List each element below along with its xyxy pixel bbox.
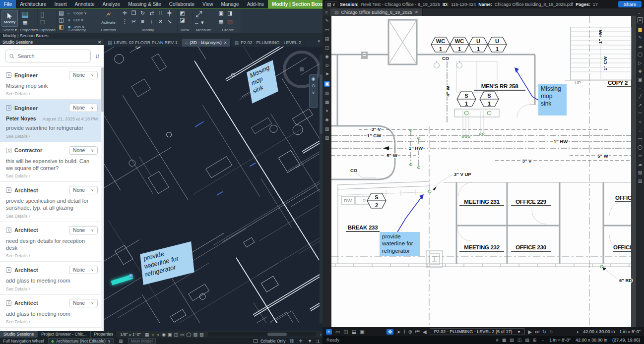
rotate-icon[interactable]: ↻	[138, 10, 147, 18]
dimension-tool-icon[interactable]: ↔	[638, 128, 643, 133]
status-dropdown[interactable]: None∨	[69, 146, 98, 155]
trim-icon[interactable]: ✂	[129, 18, 138, 26]
note-tool-icon[interactable]: ▤	[638, 178, 643, 183]
panel-label-create[interactable]: Create	[215, 28, 241, 32]
move-icon[interactable]: ✛	[121, 10, 129, 18]
view-tab-p202[interactable]: ▤P2.02 - PLUMBING - LEVEL 2	[231, 39, 305, 47]
panel-label-view[interactable]: View	[178, 28, 192, 32]
copy-clipboard-icon[interactable]: ❐	[39, 19, 46, 26]
thumbnails-icon[interactable]: ◫	[325, 45, 329, 50]
markup-note-missing-mop-sink[interactable]: Missing mop sink	[538, 84, 567, 115]
ellipse-markup-icon[interactable]: ◯	[638, 52, 643, 57]
visual-style-icon[interactable]: ▦	[144, 332, 150, 337]
panel-label-controls[interactable]: Controls	[98, 28, 119, 32]
select-text-icon[interactable]: I	[404, 329, 405, 335]
circle-tool-icon[interactable]: ◯	[638, 145, 643, 150]
session-comment-card[interactable]: ArchitectNone∨provide specification and …	[0, 181, 104, 222]
view-scale[interactable]: 1/8" = 1'-0"	[117, 332, 143, 337]
dimension-icon[interactable]: ↔ ▾	[194, 19, 204, 26]
panel-label-properties[interactable]: Properties	[20, 28, 37, 32]
see-details-link[interactable]: See Details ›	[6, 173, 98, 178]
match-icon[interactable]: ◫	[58, 17, 64, 23]
previous-page-icon[interactable]: ◀	[423, 329, 427, 335]
measurements-icon[interactable]: ✱	[325, 117, 329, 122]
split-vertical-icon[interactable]: ◫	[343, 329, 348, 335]
tab-collaborate[interactable]: Collaborate	[165, 0, 198, 8]
session-comment-card[interactable]: ArchitectNone∨add glass to meeting roomS…	[0, 261, 104, 294]
snap-content-icon[interactable]: ▤	[510, 338, 514, 343]
view-reset-icon[interactable]: ◩	[179, 10, 186, 16]
search-icon[interactable]: ⊙	[325, 63, 329, 68]
filter-icon[interactable]: ▼	[307, 339, 313, 344]
measure-icon[interactable]: ⤢	[194, 10, 204, 19]
bookmarks-icon[interactable]: ▤	[325, 36, 329, 41]
file-menu-button[interactable]: ▤∨	[325, 1, 337, 7]
tab-insert[interactable]: Insert	[50, 0, 70, 8]
search-field[interactable]	[17, 53, 86, 59]
highlight-tool-icon[interactable]: ▆	[639, 27, 642, 32]
zoom-tool-icon[interactable]: ⊙	[312, 83, 316, 88]
pdf-canvas[interactable]: WC1WC1U1U1S1S1S2 MEN'S RR 258 COPY 2 BRE…	[331, 16, 636, 327]
activate-bell-icon[interactable]: 🗲	[105, 10, 112, 19]
polyline-tool-icon[interactable]: ≈	[639, 119, 642, 124]
view-tab-overflow-icon[interactable]: ▾	[315, 39, 322, 47]
overlay-icon[interactable]: ▧	[525, 338, 529, 343]
session-comment-card[interactable]: ArchitectNone∨provide power in floor for…	[0, 327, 104, 331]
view-navigation-bar[interactable]: ◉⊙∨	[309, 74, 318, 108]
worksharing-icon[interactable]: ▥	[198, 332, 205, 337]
panel-scrollbar[interactable]	[101, 66, 104, 331]
compare-icon[interactable]: ◫	[517, 338, 522, 343]
mirror-icon[interactable]: ⇄	[147, 10, 156, 18]
cut-button[interactable]: ◗Cut ∨	[66, 17, 87, 23]
see-details-link[interactable]: See Details ›	[6, 287, 98, 291]
create-parts-icon[interactable]: ◫	[226, 18, 234, 26]
select-tool-icon[interactable]: ➤	[396, 329, 400, 335]
chevron-down-icon[interactable]: ⌄	[541, 338, 544, 342]
spaces-icon[interactable]: ▦	[325, 100, 329, 105]
text-tool-icon[interactable]: A	[638, 17, 642, 23]
model-3d-canvas[interactable]: ◉⊙∨ Missing mop sink provide waterline f…	[104, 47, 322, 323]
stamp-tool-icon[interactable]: ✚	[638, 69, 642, 74]
split-icon[interactable]: ⋮	[121, 18, 129, 26]
snap-markup-icon[interactable]: ▦	[502, 338, 507, 343]
file-access-icon[interactable]: ▭	[325, 27, 329, 32]
sort-icon[interactable]: ↓↑	[95, 53, 99, 59]
shadows-icon[interactable]: ◐	[156, 332, 161, 337]
array-icon[interactable]: ∷	[156, 10, 165, 18]
markup-list-toggle-icon[interactable]: ≡	[326, 329, 332, 335]
workset-select[interactable]: ◆Architecture (Not Editable)∨	[48, 338, 114, 344]
worksets-icon[interactable]: ▥	[118, 339, 124, 344]
tab-overflow-icon[interactable]: ⌄	[634, 8, 644, 16]
steering-wheel-icon[interactable]: ◉	[312, 76, 316, 81]
see-details-link[interactable]: See Details ›	[6, 134, 98, 139]
editable-only-checkbox[interactable]	[254, 339, 258, 343]
tab-add-ins[interactable]: Add-Ins	[243, 0, 268, 8]
session-comment-card[interactable]: ContractorNone∨this will be expensive to…	[0, 142, 104, 182]
paste-aligned-icon[interactable]: ▤	[58, 10, 64, 16]
hatch-tool-icon[interactable]: ▨	[638, 170, 643, 175]
session-comment-card[interactable]: ArchitectNone∨add glass to meeting roomS…	[0, 294, 104, 327]
status-dropdown[interactable]: None∨	[69, 186, 98, 194]
isolate-icon[interactable]: ◯	[185, 332, 192, 337]
single-page-icon[interactable]: ▭	[335, 329, 340, 335]
tool-chest-icon[interactable]: ✦	[325, 109, 329, 114]
studio-sessions-icon[interactable]: ◉	[325, 54, 329, 59]
page-select[interactable]: P2.02 - PLUMBING - LEVEL 2 (5 of 17)▼	[430, 328, 525, 335]
see-details-link[interactable]: See Details ›	[6, 319, 98, 324]
properties-icon[interactable]: ▤	[21, 10, 29, 19]
status-dropdown[interactable]: None∨	[69, 226, 98, 234]
session-comment-card[interactable]: EngineerNone∨Missing mop sinkSee Details…	[0, 66, 104, 99]
links-icon[interactable]: ▧	[325, 126, 329, 131]
full-screen-icon[interactable]: ▣	[360, 329, 364, 335]
panel-label-geometry[interactable]: Geometry	[57, 28, 98, 32]
panel-tab-project-browser[interactable]: Project Browser - Chic...	[38, 331, 91, 338]
activate-label[interactable]: Activate	[101, 20, 115, 25]
design-option-select[interactable]: Main Model	[128, 338, 156, 344]
modify-button[interactable]: Modify	[1, 10, 18, 27]
image-tool-icon[interactable]: ▣	[638, 77, 643, 82]
session-comment-card[interactable]: ArchitectNone∨need design details for re…	[0, 222, 104, 262]
signatures-icon[interactable]: ▨	[325, 135, 329, 140]
panel-tab-properties[interactable]: Properties	[91, 331, 118, 338]
select-links-icon[interactable]: ⛓	[288, 339, 295, 344]
share-button[interactable]: Share	[618, 1, 642, 7]
